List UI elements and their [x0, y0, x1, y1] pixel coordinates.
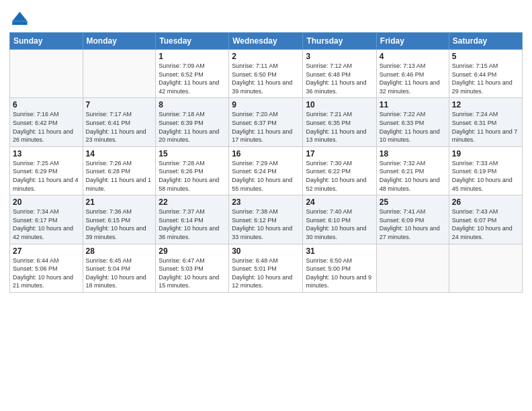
logo-icon	[9, 9, 28, 28]
day-info: Sunrise: 7:29 AM Sunset: 6:24 PM Dayligh…	[232, 159, 300, 193]
day-number: 29	[159, 246, 226, 256]
day-info: Sunrise: 7:24 AM Sunset: 6:31 PM Dayligh…	[452, 110, 519, 144]
day-number: 7	[86, 100, 153, 109]
day-number: 13	[13, 149, 80, 158]
calendar-cell: 6Sunrise: 7:16 AM Sunset: 6:42 PM Daylig…	[10, 98, 83, 146]
day-number: 11	[380, 100, 446, 109]
day-info: Sunrise: 7:36 AM Sunset: 6:15 PM Dayligh…	[86, 208, 153, 241]
day-info: Sunrise: 7:30 AM Sunset: 6:22 PM Dayligh…	[306, 159, 373, 193]
calendar-cell: 2Sunrise: 7:11 AM Sunset: 6:50 PM Daylig…	[229, 50, 303, 98]
day-number: 3	[306, 52, 373, 61]
day-number: 10	[306, 100, 373, 109]
calendar-table: SundayMondayTuesdayWednesdayThursdayFrid…	[9, 32, 523, 293]
day-number: 22	[159, 197, 226, 207]
calendar-day-header: Wednesday	[229, 33, 303, 50]
svg-rect-1	[12, 21, 27, 26]
calendar-header-row: SundayMondayTuesdayWednesdayThursdayFrid…	[10, 33, 523, 50]
calendar-day-header: Sunday	[10, 33, 83, 50]
day-number: 6	[13, 100, 80, 109]
calendar-cell: 10Sunrise: 7:21 AM Sunset: 6:35 PM Dayli…	[303, 98, 376, 146]
calendar-cell: 7Sunrise: 7:17 AM Sunset: 6:41 PM Daylig…	[83, 98, 156, 146]
day-info: Sunrise: 7:43 AM Sunset: 6:07 PM Dayligh…	[452, 208, 519, 241]
calendar-cell	[10, 50, 83, 98]
header	[9, 7, 523, 28]
day-info: Sunrise: 7:11 AM Sunset: 6:50 PM Dayligh…	[232, 62, 300, 95]
calendar-cell: 27Sunrise: 6:44 AM Sunset: 5:06 PM Dayli…	[10, 244, 83, 292]
calendar-cell: 26Sunrise: 7:43 AM Sunset: 6:07 PM Dayli…	[449, 195, 522, 244]
day-info: Sunrise: 6:45 AM Sunset: 5:04 PM Dayligh…	[86, 257, 153, 290]
calendar-cell	[449, 244, 522, 292]
day-number: 19	[452, 149, 519, 158]
svg-marker-0	[12, 12, 27, 21]
day-number: 1	[159, 52, 226, 61]
calendar-cell: 21Sunrise: 7:36 AM Sunset: 6:15 PM Dayli…	[83, 195, 156, 244]
day-info: Sunrise: 7:34 AM Sunset: 6:17 PM Dayligh…	[13, 208, 80, 241]
day-info: Sunrise: 7:32 AM Sunset: 6:21 PM Dayligh…	[380, 159, 446, 193]
day-number: 17	[306, 149, 373, 158]
day-info: Sunrise: 7:38 AM Sunset: 6:12 PM Dayligh…	[232, 208, 300, 241]
calendar-day-header: Thursday	[303, 33, 376, 50]
day-number: 12	[452, 100, 519, 109]
day-number: 16	[232, 149, 300, 158]
calendar-cell: 9Sunrise: 7:20 AM Sunset: 6:37 PM Daylig…	[229, 98, 303, 146]
calendar-cell	[376, 244, 449, 292]
day-number: 30	[232, 246, 300, 256]
calendar-cell	[83, 50, 156, 98]
calendar-cell: 16Sunrise: 7:29 AM Sunset: 6:24 PM Dayli…	[229, 146, 303, 195]
day-number: 15	[159, 149, 226, 158]
day-info: Sunrise: 7:15 AM Sunset: 6:44 PM Dayligh…	[452, 62, 519, 95]
calendar-cell: 29Sunrise: 6:47 AM Sunset: 5:03 PM Dayli…	[156, 244, 229, 292]
day-info: Sunrise: 7:33 AM Sunset: 6:19 PM Dayligh…	[452, 159, 519, 193]
calendar-week-row: 13Sunrise: 7:25 AM Sunset: 6:29 PM Dayli…	[10, 146, 523, 195]
day-info: Sunrise: 7:21 AM Sunset: 6:35 PM Dayligh…	[306, 110, 373, 144]
day-number: 31	[306, 246, 373, 256]
day-info: Sunrise: 6:48 AM Sunset: 5:01 PM Dayligh…	[232, 257, 300, 290]
day-number: 14	[86, 149, 153, 158]
calendar-cell: 5Sunrise: 7:15 AM Sunset: 6:44 PM Daylig…	[449, 50, 522, 98]
calendar-cell: 28Sunrise: 6:45 AM Sunset: 5:04 PM Dayli…	[83, 244, 156, 292]
day-info: Sunrise: 7:16 AM Sunset: 6:42 PM Dayligh…	[13, 110, 80, 144]
day-number: 8	[159, 100, 226, 109]
calendar-cell: 4Sunrise: 7:13 AM Sunset: 6:46 PM Daylig…	[376, 50, 449, 98]
calendar-cell: 23Sunrise: 7:38 AM Sunset: 6:12 PM Dayli…	[229, 195, 303, 244]
calendar-week-row: 6Sunrise: 7:16 AM Sunset: 6:42 PM Daylig…	[10, 98, 523, 146]
calendar-cell: 3Sunrise: 7:12 AM Sunset: 6:48 PM Daylig…	[303, 50, 376, 98]
day-info: Sunrise: 7:26 AM Sunset: 6:28 PM Dayligh…	[86, 159, 153, 193]
day-info: Sunrise: 7:41 AM Sunset: 6:09 PM Dayligh…	[380, 208, 446, 241]
day-number: 27	[13, 246, 80, 256]
day-info: Sunrise: 6:50 AM Sunset: 5:00 PM Dayligh…	[306, 257, 373, 290]
day-number: 21	[86, 197, 153, 207]
day-info: Sunrise: 7:22 AM Sunset: 6:33 PM Dayligh…	[380, 110, 446, 144]
day-number: 23	[232, 197, 300, 207]
day-info: Sunrise: 7:37 AM Sunset: 6:14 PM Dayligh…	[159, 208, 226, 241]
calendar-cell: 30Sunrise: 6:48 AM Sunset: 5:01 PM Dayli…	[229, 244, 303, 292]
day-info: Sunrise: 6:47 AM Sunset: 5:03 PM Dayligh…	[159, 257, 226, 290]
day-info: Sunrise: 7:13 AM Sunset: 6:46 PM Dayligh…	[380, 62, 446, 95]
calendar-cell: 19Sunrise: 7:33 AM Sunset: 6:19 PM Dayli…	[449, 146, 522, 195]
calendar-week-row: 27Sunrise: 6:44 AM Sunset: 5:06 PM Dayli…	[10, 244, 523, 292]
calendar-day-header: Tuesday	[156, 33, 229, 50]
calendar-cell: 24Sunrise: 7:40 AM Sunset: 6:10 PM Dayli…	[303, 195, 376, 244]
calendar-cell: 8Sunrise: 7:18 AM Sunset: 6:39 PM Daylig…	[156, 98, 229, 146]
day-info: Sunrise: 7:18 AM Sunset: 6:39 PM Dayligh…	[159, 110, 226, 144]
calendar-cell: 25Sunrise: 7:41 AM Sunset: 6:09 PM Dayli…	[376, 195, 449, 244]
day-number: 9	[232, 100, 300, 109]
calendar-cell: 1Sunrise: 7:09 AM Sunset: 6:52 PM Daylig…	[156, 50, 229, 98]
calendar-cell: 17Sunrise: 7:30 AM Sunset: 6:22 PM Dayli…	[303, 146, 376, 195]
day-number: 5	[452, 52, 519, 61]
day-number: 24	[306, 197, 373, 207]
day-info: Sunrise: 7:28 AM Sunset: 6:26 PM Dayligh…	[159, 159, 226, 193]
calendar-day-header: Monday	[83, 33, 156, 50]
day-info: Sunrise: 7:25 AM Sunset: 6:29 PM Dayligh…	[13, 159, 80, 193]
day-info: Sunrise: 7:20 AM Sunset: 6:37 PM Dayligh…	[232, 110, 300, 144]
calendar-cell: 31Sunrise: 6:50 AM Sunset: 5:00 PM Dayli…	[303, 244, 376, 292]
calendar-cell: 22Sunrise: 7:37 AM Sunset: 6:14 PM Dayli…	[156, 195, 229, 244]
logo	[9, 9, 30, 28]
day-number: 25	[380, 197, 446, 207]
day-number: 2	[232, 52, 300, 61]
day-info: Sunrise: 7:40 AM Sunset: 6:10 PM Dayligh…	[306, 208, 373, 241]
day-number: 20	[13, 197, 80, 207]
calendar-week-row: 20Sunrise: 7:34 AM Sunset: 6:17 PM Dayli…	[10, 195, 523, 244]
day-info: Sunrise: 7:17 AM Sunset: 6:41 PM Dayligh…	[86, 110, 153, 144]
calendar-week-row: 1Sunrise: 7:09 AM Sunset: 6:52 PM Daylig…	[10, 50, 523, 98]
